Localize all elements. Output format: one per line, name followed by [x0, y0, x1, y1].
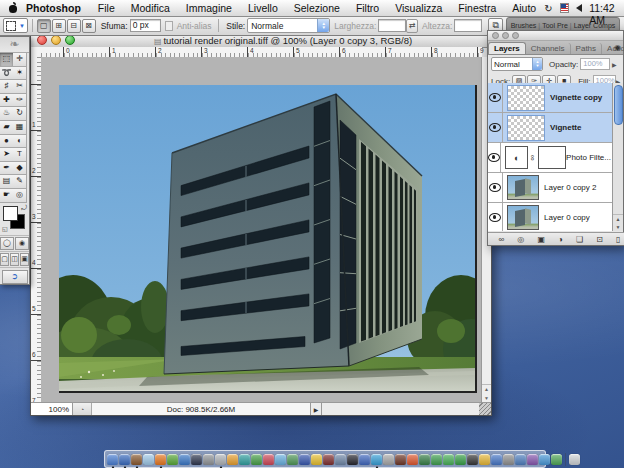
dock-icon[interactable]	[551, 454, 562, 465]
dock-icon[interactable]	[155, 454, 166, 465]
fullscreen-mode-button[interactable]: ▣	[20, 253, 29, 266]
dock-icon[interactable]	[443, 454, 454, 465]
jump-to-imageready-button[interactable]: ➲	[2, 270, 28, 284]
feather-input[interactable]: 0 px	[130, 19, 161, 32]
dock-icon[interactable]	[371, 454, 382, 465]
dock-icon[interactable]	[491, 454, 502, 465]
dock-icon[interactable]	[227, 454, 238, 465]
layer-style-icon[interactable]: ◎	[517, 234, 524, 245]
eye-icon[interactable]	[489, 213, 501, 222]
tab-layers[interactable]: Layers	[488, 42, 526, 54]
layer-mask-thumbnail[interactable]	[538, 146, 566, 169]
opacity-field[interactable]: 100%	[580, 58, 610, 70]
sync-icon[interactable]: ↻	[544, 3, 552, 14]
layer-mask-icon[interactable]: ▣	[537, 234, 545, 245]
layer-thumbnail-image[interactable]	[507, 205, 539, 230]
dock-icon[interactable]	[455, 454, 466, 465]
dock-icon[interactable]	[263, 454, 274, 465]
status-menu-arrow-icon[interactable]: ▶	[311, 403, 322, 415]
dock-icon[interactable]	[539, 454, 550, 465]
blur-tool[interactable]: ●	[0, 135, 14, 149]
eraser-tool[interactable]: ▰	[0, 121, 14, 135]
lasso-tool[interactable]: ➰	[0, 67, 14, 81]
layer-row[interactable]: Layer 0 copy	[488, 203, 613, 231]
layer-row[interactable]: Layer 0 copy 2	[488, 173, 613, 203]
clone-stamp-tool[interactable]: ♨	[0, 107, 14, 121]
horizontal-scrollbar[interactable]	[322, 403, 479, 415]
eye-icon[interactable]	[489, 93, 501, 102]
scroll-up-icon[interactable]: ▲	[616, 215, 621, 223]
fullscreen-with-menubar-mode-button[interactable]: ◫	[10, 253, 19, 266]
menu-file[interactable]: File	[90, 2, 123, 14]
eye-icon[interactable]	[489, 123, 501, 132]
scroll-up-icon[interactable]: ▲	[484, 385, 489, 394]
dock-icon[interactable]	[347, 454, 358, 465]
move-tool[interactable]: ✛	[13, 53, 27, 67]
visibility-cell[interactable]	[488, 203, 503, 231]
dock-icon[interactable]	[323, 454, 334, 465]
tab-channels[interactable]: Channels	[526, 43, 571, 54]
gradient-tool[interactable]: ▦	[13, 121, 27, 135]
antialias-checkbox[interactable]	[165, 21, 173, 31]
dock-icon[interactable]	[107, 454, 118, 465]
close-button[interactable]	[37, 35, 47, 45]
delete-layer-icon[interactable]: ▯	[616, 234, 620, 245]
menu-immagine[interactable]: Immagine	[178, 2, 240, 14]
dock-icon[interactable]	[287, 454, 298, 465]
scroll-down-icon[interactable]: ▼	[616, 223, 621, 231]
dock-icon[interactable]	[131, 454, 142, 465]
layer-thumbnail-transparent[interactable]	[507, 115, 545, 141]
dock-icon[interactable]	[359, 454, 370, 465]
canvas-area[interactable]	[41, 57, 482, 403]
dock-icon[interactable]	[167, 454, 178, 465]
well-tab-brushes[interactable]: Brushes	[509, 22, 539, 29]
dock-icon[interactable]	[203, 454, 214, 465]
menu-visualizza[interactable]: Visualizza	[387, 2, 450, 14]
visibility-cell[interactable]	[488, 173, 503, 202]
rectangular-marquee-tool[interactable]: ⬚	[0, 53, 14, 67]
dock-icon[interactable]	[467, 454, 478, 465]
palette-menu-icon[interactable]: ◉	[614, 43, 621, 52]
brush-tool[interactable]: ✑	[13, 94, 27, 108]
link-layers-icon[interactable]: ∞	[499, 234, 505, 245]
adjustment-layer-icon[interactable]: ◑	[558, 234, 563, 245]
notes-tool[interactable]: ▤	[0, 175, 14, 189]
dodge-tool[interactable]: ◐	[13, 135, 27, 149]
dock-icon[interactable]	[299, 454, 310, 465]
dock-icon[interactable]	[275, 454, 286, 465]
layer-row[interactable]: ◐∞Photo Filte...	[488, 143, 613, 173]
layer-row[interactable]: Vignette	[488, 113, 613, 143]
dock-icon[interactable]	[191, 454, 202, 465]
visibility-cell[interactable]	[488, 113, 503, 142]
visibility-cell[interactable]	[488, 83, 503, 112]
pen-tool[interactable]: ✒	[0, 162, 14, 176]
adjustment-layer-icon[interactable]: ◐	[505, 146, 528, 169]
resize-grip[interactable]	[479, 403, 491, 415]
menu-selezione[interactable]: Selezione	[286, 2, 348, 14]
hand-tool[interactable]: ☛	[0, 189, 14, 203]
dock-icon[interactable]	[311, 454, 322, 465]
subtract-from-selection-button[interactable]: ⊟	[67, 19, 81, 33]
dock-icon[interactable]	[503, 454, 514, 465]
zoom-window-button[interactable]	[65, 35, 75, 45]
dock-icon[interactable]	[215, 454, 226, 465]
intersect-selection-button[interactable]: ⊠	[82, 19, 96, 33]
trash-icon[interactable]	[569, 454, 580, 465]
style-select[interactable]: Normale▲▼	[247, 18, 330, 33]
palette-minimize-button[interactable]	[502, 32, 509, 39]
crop-tool[interactable]: ♯	[0, 80, 14, 94]
menu-aiuto[interactable]: Aiuto	[504, 2, 544, 14]
custom-shape-tool[interactable]: ◆	[13, 162, 27, 176]
foreground-color-swatch[interactable]	[3, 206, 18, 221]
palette-zoom-button[interactable]	[512, 32, 519, 39]
swap-colors-icon[interactable]: ⤾	[21, 204, 27, 212]
dock-icon[interactable]	[395, 454, 406, 465]
layer-group-icon[interactable]: ❏	[576, 234, 583, 245]
type-tool[interactable]: T	[13, 148, 27, 162]
blend-mode-select[interactable]: Normal▲▼	[491, 57, 543, 71]
eye-icon[interactable]	[488, 153, 500, 162]
dock-icon[interactable]	[383, 454, 394, 465]
height-input[interactable]	[454, 19, 482, 32]
path-selection-tool[interactable]: ➤	[0, 148, 14, 162]
canvas-image[interactable]	[59, 85, 477, 393]
